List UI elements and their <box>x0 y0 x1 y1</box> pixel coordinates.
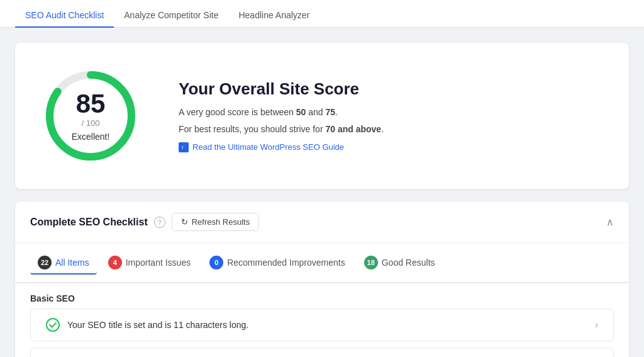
svg-point-4 <box>47 319 59 331</box>
tabs-bar: SEO Audit Checklist Analyze Competitor S… <box>0 0 644 28</box>
filter-tab-all[interactable]: 22 All Items <box>30 252 97 275</box>
link-icon: f <box>179 142 189 152</box>
score-label: Excellent! <box>72 132 110 142</box>
all-items-label: All Items <box>55 258 89 268</box>
all-items-badge: 22 <box>38 256 52 269</box>
refresh-label: Refresh Results <box>192 217 250 227</box>
checklist-title: Complete SEO Checklist <box>30 217 148 228</box>
filter-tab-improvements[interactable]: 0 Recommended Improvements <box>202 252 353 273</box>
tab-seo-audit[interactable]: SEO Audit Checklist <box>15 4 114 28</box>
score-out-of: / 100 <box>72 118 110 128</box>
donut-center: 85 / 100 Excellent! <box>72 91 110 142</box>
filter-tab-good[interactable]: 18 Good Results <box>357 252 443 273</box>
refresh-button[interactable]: ↻ Refresh Results <box>172 213 259 231</box>
check-item-title-text: Your SEO title is set and is 11 characte… <box>67 320 248 330</box>
help-icon[interactable]: ? <box>154 217 165 228</box>
guide-link[interactable]: Read the Ultimate WordPress SEO Guide <box>192 142 344 152</box>
filter-tabs: 22 All Items 4 Important Issues 0 Recomm… <box>15 243 629 283</box>
score-title: Your Overall Site Score <box>179 79 384 99</box>
section-basic-seo: Basic SEO <box>15 283 629 309</box>
chevron-right-icon-1: › <box>595 319 598 331</box>
tab-competitor[interactable]: Analyze Competitor Site <box>114 4 228 28</box>
checklist-card: Complete SEO Checklist ? ↻ Refresh Resul… <box>15 201 629 357</box>
tab-headline[interactable]: Headline Analyzer <box>228 4 319 28</box>
score-card: 85 / 100 Excellent! Your Overall Site Sc… <box>15 43 629 189</box>
improvements-badge: 0 <box>209 256 223 269</box>
guide-link-row: f Read the Ultimate WordPress SEO Guide <box>179 142 384 152</box>
score-desc1: A very good score is between 50 and 75. <box>179 105 384 119</box>
check-item-title[interactable]: Your SEO title is set and is 11 characte… <box>30 309 614 341</box>
score-info: Your Overall Site Score A very good scor… <box>179 79 384 152</box>
checklist-title-area: Complete SEO Checklist ? ↻ Refresh Resul… <box>30 213 259 231</box>
refresh-icon: ↻ <box>181 217 188 227</box>
check-item-title-left: Your SEO title is set and is 11 characte… <box>46 318 248 332</box>
check-good-icon <box>46 318 60 332</box>
collapse-icon[interactable]: ∧ <box>606 216 614 228</box>
score-value: 85 <box>72 91 110 117</box>
filter-tab-issues[interactable]: 4 Important Issues <box>101 252 199 273</box>
checklist-header: Complete SEO Checklist ? ↻ Refresh Resul… <box>15 201 629 243</box>
main-content: 85 / 100 Excellent! Your Overall Site Sc… <box>0 28 644 357</box>
score-desc2: For best results, you should strive for … <box>179 122 384 136</box>
donut-chart: 85 / 100 Excellent! <box>40 65 141 166</box>
issues-label: Important Issues <box>126 258 191 268</box>
improvements-label: Recommended Improvements <box>227 258 345 268</box>
issues-badge: 4 <box>108 256 122 269</box>
good-results-label: Good Results <box>382 258 435 268</box>
good-results-badge: 18 <box>364 256 378 269</box>
check-item-meta[interactable]: No meta description was found for your p… <box>30 348 614 357</box>
app-wrapper: SEO Audit Checklist Analyze Competitor S… <box>0 0 644 357</box>
